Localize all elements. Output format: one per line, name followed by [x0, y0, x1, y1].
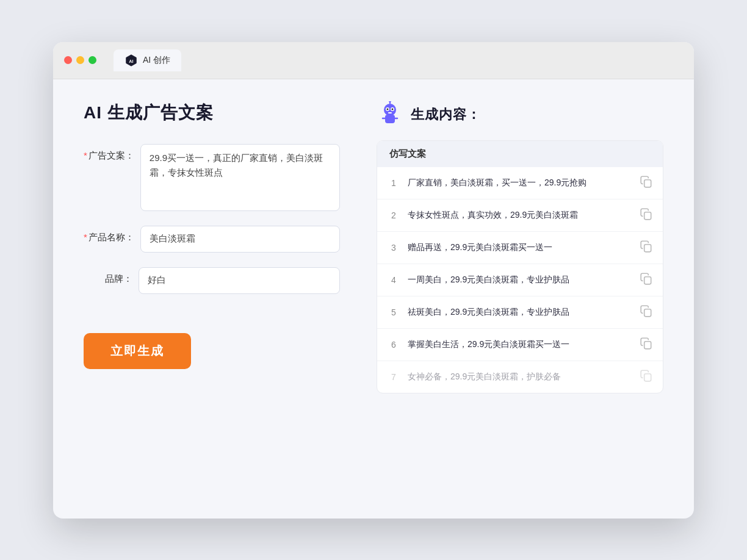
- table-row: 1厂家直销，美白淡斑霜，买一送一，29.9元抢购: [377, 167, 663, 199]
- row-number: 3: [387, 243, 400, 253]
- product-name-label: *产品名称：: [84, 226, 134, 243]
- result-rows: 1厂家直销，美白淡斑霜，买一送一，29.9元抢购 2专抹女性斑点，真实功效，29…: [377, 167, 663, 393]
- ad-copy-label: *广告文案：: [84, 144, 134, 162]
- copy-icon[interactable]: [640, 207, 653, 223]
- svg-point-2: [384, 104, 396, 116]
- table-row: 2专抹女性斑点，真实功效，29.9元美白淡斑霜: [377, 199, 663, 232]
- copy-icon[interactable]: [640, 369, 653, 385]
- table-row: 4一周美白，29.9元美白淡斑霜，专业护肤品: [377, 264, 663, 296]
- row-text: 一周美白，29.9元美白淡斑霜，专业护肤品: [408, 273, 632, 286]
- required-star-1: *: [84, 150, 87, 160]
- row-number: 5: [387, 307, 400, 317]
- copy-icon[interactable]: [640, 337, 653, 353]
- minimize-button[interactable]: [76, 56, 84, 64]
- svg-rect-18: [644, 341, 651, 348]
- svg-rect-13: [644, 179, 651, 187]
- close-button[interactable]: [64, 56, 72, 64]
- row-text: 祛斑美白，29.9元美白淡斑霜，专业护肤品: [408, 306, 632, 318]
- brand-field[interactable]: [139, 267, 340, 294]
- row-number: 1: [387, 178, 400, 188]
- ai-tab-icon: AI: [125, 54, 138, 67]
- brand-group: 品牌：: [84, 267, 340, 294]
- ad-copy-group: *广告文案： 29.9买一送一，真正的厂家直销，美白淡斑霜，专抹女性斑点: [84, 144, 340, 211]
- result-table: 仿写文案 1厂家直销，美白淡斑霜，买一送一，29.9元抢购 2专抹女性斑点，真实…: [377, 140, 663, 393]
- copy-icon[interactable]: [640, 304, 653, 320]
- product-name-group: *产品名称：: [84, 226, 340, 253]
- row-text: 专抹女性斑点，真实功效，29.9元美白淡斑霜: [408, 209, 632, 221]
- brand-label: 品牌：: [84, 267, 132, 285]
- ad-copy-field[interactable]: 29.9买一送一，真正的厂家直销，美白淡斑霜，专抹女性斑点: [140, 144, 340, 211]
- result-table-header: 仿写文案: [377, 141, 663, 167]
- required-star-2: *: [84, 232, 87, 242]
- left-panel: AI 生成广告文案 *广告文案： 29.9买一送一，真正的厂家直销，美白淡斑霜，…: [84, 101, 340, 497]
- svg-point-10: [389, 101, 391, 102]
- robot-icon: [377, 101, 403, 128]
- main-content: AI 生成广告文案 *广告文案： 29.9买一送一，真正的厂家直销，美白淡斑霜，…: [53, 79, 694, 519]
- row-number: 4: [387, 275, 400, 285]
- tab-label: AI 创作: [143, 55, 170, 66]
- copy-icon[interactable]: [640, 272, 653, 288]
- generate-button[interactable]: 立即生成: [84, 333, 191, 369]
- row-number: 7: [387, 372, 400, 382]
- ai-tab[interactable]: AI AI 创作: [114, 49, 181, 71]
- maximize-button[interactable]: [88, 56, 96, 64]
- svg-text:AI: AI: [129, 58, 133, 63]
- table-row: 5祛斑美白，29.9元美白淡斑霜，专业护肤品: [377, 296, 663, 329]
- row-number: 2: [387, 210, 400, 220]
- row-text: 女神必备，29.9元美白淡斑霜，护肤必备: [408, 370, 632, 383]
- svg-point-6: [387, 108, 389, 110]
- svg-rect-14: [644, 212, 651, 219]
- copy-icon[interactable]: [640, 175, 653, 191]
- traffic-lights: [64, 56, 96, 64]
- row-text: 掌握美白生活，29.9元美白淡斑霜买一送一: [408, 338, 632, 351]
- product-name-field[interactable]: [140, 226, 340, 253]
- svg-rect-16: [644, 276, 651, 284]
- svg-rect-19: [644, 373, 651, 381]
- right-panel: 生成内容： 仿写文案 1厂家直销，美白淡斑霜，买一送一，29.9元抢购 2专抹女…: [377, 101, 663, 497]
- result-title: 生成内容：: [411, 106, 481, 124]
- row-number: 6: [387, 340, 400, 350]
- svg-point-7: [392, 108, 394, 110]
- table-row: 7女神必备，29.9元美白淡斑霜，护肤必备: [377, 361, 663, 393]
- table-row: 3赠品再送，29.9元美白淡斑霜买一送一: [377, 232, 663, 264]
- svg-rect-8: [388, 112, 392, 113]
- table-row: 6掌握美白生活，29.9元美白淡斑霜买一送一: [377, 329, 663, 361]
- row-text: 赠品再送，29.9元美白淡斑霜买一送一: [408, 241, 632, 254]
- page-title: AI 生成广告文案: [84, 101, 340, 124]
- svg-rect-17: [644, 309, 651, 316]
- result-header: 生成内容：: [377, 101, 663, 128]
- copy-icon[interactable]: [640, 240, 653, 256]
- titlebar: AI AI 创作: [53, 42, 694, 79]
- svg-rect-15: [644, 244, 651, 251]
- row-text: 厂家直销，美白淡斑霜，买一送一，29.9元抢购: [408, 176, 632, 189]
- svg-rect-3: [385, 115, 395, 123]
